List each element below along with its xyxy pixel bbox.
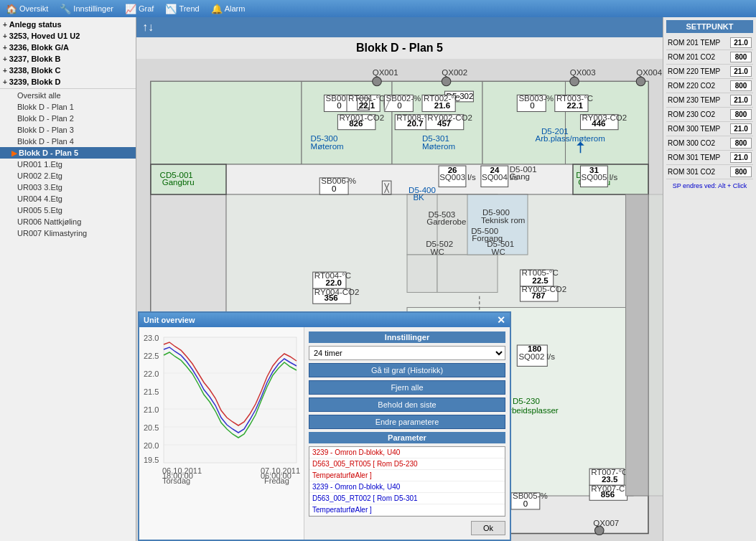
settings-icon: 🔧 [60,4,71,14]
sidebar-sub-plan3[interactable]: Blokk D - Plan 3 [0,124,136,136]
chart-icon: 📈 [125,4,136,14]
unit-overview-controls: Innstillinger 24 timer Gå til graf (Hist… [304,327,510,540]
sidebar-sub-ur003[interactable]: UR003 3.Etg [0,182,136,193]
svg-text:20.7: 20.7 [407,120,423,128]
nav-arrows[interactable]: ↑↓ [142,21,154,34]
svg-rect-152 [164,337,297,463]
svg-point-20 [442,77,451,86]
sidebar-sub-plan2[interactable]: Blokk D - Plan 2 [0,113,136,124]
sidebar: + Anlegg status + 3253, Hoved U1 U2 + 32… [0,17,136,541]
svg-rect-151 [626,194,649,496]
sidebar-sub-plan5[interactable]: ▶ Blokk D - Plan 5 [0,147,136,159]
home-icon: 🏠 [6,4,17,14]
sidebar-item-3237[interactable]: + 3237, Blokk B [0,53,136,65]
svg-text:0: 0 [337,101,341,110]
svg-text:QX003: QX003 [570,68,596,77]
rp-rom300-temp-row: ROM 300 TEMP 21.0 [666,122,753,136]
rp-rom300-temp-label: ROM 300 TEMP [668,125,720,133]
param-item[interactable]: D563_005_RT005 [ Rom D5-230 [309,458,505,470]
menu-innstillinger[interactable]: 🔧 Innstillinger [60,4,113,14]
rp-rom230-co2-label: ROM 230 CO2 [668,110,715,118]
sidebar-sub-ur004[interactable]: UR004 4.Etg [0,193,136,204]
svg-point-19 [373,77,382,86]
sidebar-item-anlegg[interactable]: + Anlegg status [0,19,136,30]
rp-rom230-co2-value[interactable]: 800 [730,109,752,120]
sidebar-sub-ur001[interactable]: UR001 1.Etg [0,159,136,170]
svg-text:356: 356 [325,293,338,302]
svg-point-22 [636,77,645,86]
svg-text:QX002: QX002 [442,68,467,77]
rp-rom201-co2-label: ROM 201 CO2 [668,53,715,61]
menu-trend[interactable]: 📉 Trend [165,4,199,14]
svg-text:22.1: 22.1 [359,101,375,110]
time-select[interactable]: 24 timer [309,346,505,360]
sidebar-sub-plan1[interactable]: Blokk D - Plan 1 [0,101,136,113]
sidebar-item-3238[interactable]: + 3238, Blokk C [0,65,136,76]
svg-text:23.0: 23.0 [144,334,159,342]
rp-rom230-temp-value[interactable]: 21.0 [730,95,752,105]
ok-button[interactable]: Ok [471,521,505,535]
unit-overview-chart-panel: 23.0 22.5 22.0 21.5 21.0 20.5 20.0 19.5 … [139,327,304,540]
svg-text:SQ005 l/s: SQ005 l/s [582,173,618,182]
rp-rom201-temp-row: ROM 201 TEMP 21.0 [666,36,753,50]
sidebar-sub-ur007[interactable]: UR007 Klimastyring [0,227,136,239]
param-item[interactable]: 3239 - Omron D-blokk, U40 [309,447,505,458]
svg-text:Gangbru: Gangbru [162,178,195,187]
unit-overview-close-button[interactable]: ✕ [497,314,505,326]
menu-oversikt[interactable]: 🏠 Oversikt [6,4,48,14]
rp-rom220-co2-value[interactable]: 800 [730,80,752,91]
svg-text:BK: BK [413,193,424,202]
sidebar-sub-plan4[interactable]: Blokk D - Plan 4 [0,136,136,147]
param-list: 3239 - Omron D-blokk, U40 D563_005_RT005… [309,446,505,517]
change-params-button[interactable]: Endre parametere [309,415,505,429]
svg-text:0: 0 [397,101,401,110]
param-item[interactable]: 3239 - Omron D-blokk, U40 [309,516,505,517]
sidebar-sub-oversikt-alle[interactable]: Oversikt alle [0,90,136,101]
sidebar-item-3253[interactable]: + 3253, Hoved U1 U2 [0,30,136,42]
svg-text:QX001: QX001 [373,68,398,77]
rp-rom201-co2-value[interactable]: 800 [730,52,752,62]
svg-text:QX007: QX007 [593,519,619,527]
settings-section-title: Innstillinger [309,331,505,343]
svg-text:SB002-%: SB002-% [386,94,421,103]
sidebar-sub-ur006[interactable]: UR006 Nattkjøling [0,216,136,227]
rp-rom201-temp-value[interactable]: 21.0 [730,37,752,48]
rp-rom301-co2-value[interactable]: 800 [730,166,752,177]
rp-rom220-temp-value[interactable]: 21.0 [730,66,752,77]
sidebar-item-3236[interactable]: + 3236, Blokk G/A [0,42,136,53]
menu-graf[interactable]: 📈 Graf [125,4,154,14]
sidebar-sub-ur002[interactable]: UR002 2.Etg [0,170,136,182]
menu-alarm[interactable]: 🔔 Alarm [211,4,246,14]
sidebar-item-3239[interactable]: + 3239, Blokk D [0,76,136,88]
param-item[interactable]: TemperaturføAler ] [309,504,505,516]
rp-rom230-temp-row: ROM 230 TEMP 21.0 [666,93,753,108]
svg-text:787: 787 [531,291,545,300]
sidebar-sub-ur005[interactable]: UR005 5.Etg [0,204,136,216]
keep-last-button[interactable]: Behold den siste [309,397,505,412]
go-to-chart-button[interactable]: Gå til graf (Historikk) [309,363,505,377]
rp-rom300-temp-value[interactable]: 21.0 [730,123,752,134]
svg-text:21.6: 21.6 [434,101,450,110]
svg-text:SB005-%: SB005-% [513,491,548,500]
rp-rom220-co2-label: ROM 220 CO2 [668,82,715,90]
svg-text:Møterom: Møterom [311,142,344,151]
trend-icon: 📉 [165,4,177,14]
rp-rom301-co2-row: ROM 301 CO2 800 [666,165,753,179]
rp-rom230-co2-row: ROM 230 CO2 800 [666,108,753,122]
param-section-title: Parameter [309,432,505,443]
param-item[interactable]: 3239 - Omron D-blokk, U40 [309,481,505,493]
svg-text:Arb.plass/møterom: Arb.plass/møterom [536,135,605,144]
rp-rom301-temp-value[interactable]: 21.0 [730,152,752,163]
svg-text:22.0: 22.0 [326,278,342,287]
svg-text:22.5: 22.5 [144,352,159,360]
floor-plan-title: Blokk D - Plan 5 [136,37,663,59]
content-header: ↑↓ [136,17,663,37]
rp-rom201-co2-row: ROM 201 CO2 800 [666,50,753,65]
param-item[interactable]: TemperaturføAler ] [309,470,505,481]
rp-rom300-co2-value[interactable]: 800 [730,138,752,149]
remove-all-button[interactable]: Fjern alle [309,380,505,395]
param-item[interactable]: D563_005_RT002 [ Rom D5-301 [309,493,505,504]
svg-text:SQ002 l/s: SQ002 l/s [518,352,555,361]
svg-text:856: 856 [601,490,615,499]
svg-text:0: 0 [523,499,528,508]
